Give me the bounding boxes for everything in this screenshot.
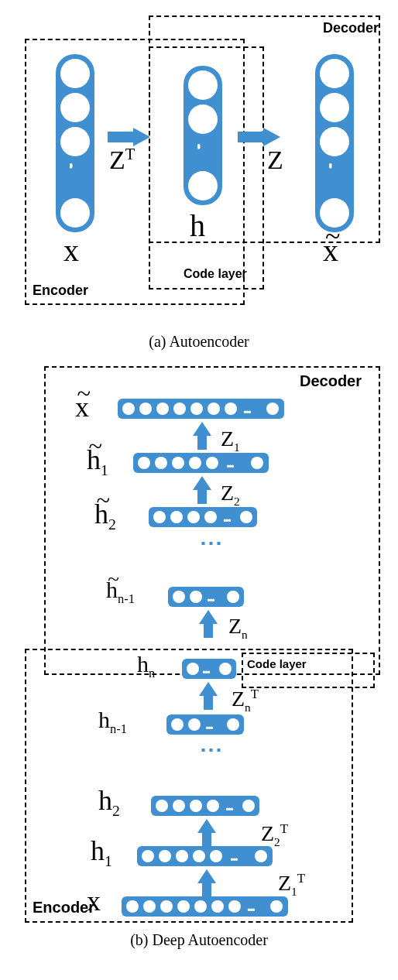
bar-h2: ... (151, 796, 259, 816)
panel-a: Decoder Encoder Code layer ... x ZT ... (8, 15, 390, 351)
encoder-label: Encoder (33, 283, 88, 299)
arrow-up-n (199, 610, 218, 638)
label-x-b: x (87, 885, 101, 917)
arrow-up-e3 (197, 869, 216, 897)
bar-ht1: ... (133, 453, 269, 473)
decoder-label: Decoder (323, 20, 379, 36)
bar-htn1: ... (168, 587, 244, 607)
label-ht1: h1 (87, 444, 108, 479)
arrow-up-e1 (199, 682, 218, 710)
arrow-up-e2 (197, 819, 216, 847)
arrow-up-1 (193, 422, 211, 450)
caption-b: (b) Deep Autoencoder (8, 931, 390, 949)
arrow-z (238, 128, 280, 146)
code-layer-label-b: Code layer (247, 657, 307, 670)
label-z: Z (267, 146, 283, 175)
label-h: h (190, 207, 205, 244)
label-xtilde-b: x (75, 391, 89, 423)
label-htn1: hn-1 (106, 577, 135, 607)
bar-hn1: ... (166, 714, 244, 735)
panel-a-canvas: Decoder Encoder Code layer ... x ZT ... (13, 15, 385, 325)
decoder-label-b: Decoder (300, 372, 362, 390)
label-hn: hn (137, 651, 155, 681)
label-z1: Z1 (221, 427, 240, 454)
vector-h: ... (184, 66, 222, 205)
label-hn1: hn-1 (98, 707, 127, 737)
vector-x: ... (56, 54, 94, 232)
panel-b: Decoder Encoder Code layer x ... Z1 h1 .… (8, 366, 390, 949)
encoder-label-b: Encoder (33, 899, 94, 917)
label-z2: Z2 (221, 481, 240, 509)
label-h1: h1 (91, 834, 112, 870)
bar-x: ... (122, 896, 288, 917)
arrow-zt (108, 128, 150, 146)
label-zt: ZT (109, 146, 135, 175)
label-z1T: Z1T (278, 871, 305, 899)
arrow-dots-enc: ⋮ (199, 739, 225, 759)
code-layer-label: Code layer (184, 267, 247, 281)
bar-ht2: ... (149, 507, 257, 527)
caption-a: (a) Autoencoder (8, 333, 390, 351)
label-znT: ZnT (232, 687, 259, 714)
vector-xtilde: ... (315, 54, 354, 232)
label-x: x (63, 232, 79, 269)
label-ht2: h2 (94, 498, 116, 533)
panel-b-canvas: Decoder Encoder Code layer x ... Z1 h1 .… (13, 366, 385, 923)
figure: Decoder Encoder Code layer ... x ZT ... (8, 15, 390, 949)
bar-xtilde: ... (118, 399, 284, 419)
bar-h1: ... (137, 846, 273, 866)
arrow-up-2 (193, 476, 211, 504)
arrow-dots-dec: ⋮ (199, 533, 225, 552)
label-z2T: Z2T (261, 821, 288, 849)
bar-hn: ... (182, 659, 236, 679)
label-h2: h2 (98, 784, 120, 820)
label-zn: Zn (228, 614, 248, 642)
label-xtilde: x (323, 232, 398, 269)
